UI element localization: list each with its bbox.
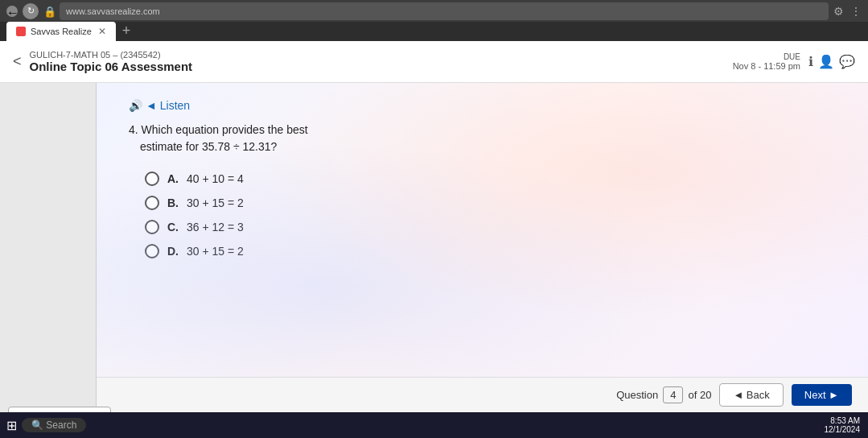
left-sidebar [0, 83, 97, 412]
radio-a[interactable] [145, 171, 159, 186]
header-subtitle: GULICH-7-MATH 05 – (2345542) [30, 50, 193, 60]
option-b[interactable]: B. 30 + 15 = 2 [145, 196, 836, 210]
refresh-btn[interactable]: ↻ [23, 3, 39, 19]
due-date: Nov 8 - 11:59 pm [733, 61, 800, 71]
main-area: 🔊 ◄ Listen 4. Which equation provides th… [0, 83, 868, 412]
active-tab[interactable]: Savvas Realize ✕ [6, 22, 116, 41]
browser-toolbar: ⚙ ⋮ [833, 5, 862, 18]
option-c-label: C. [167, 221, 179, 233]
question-number: 4. [129, 123, 138, 136]
back-nav-icon[interactable]: < [13, 53, 22, 70]
taskbar-date-display: 12/1/2024 [825, 425, 861, 434]
speaker-icon: 🔊 [129, 99, 142, 112]
option-d-label: D. [167, 245, 179, 258]
listen-button[interactable]: 🔊 ◄ Listen [129, 99, 190, 112]
option-d[interactable]: D. 30 + 15 = 2 [145, 244, 836, 258]
tab-bar: Savvas Realize ✕ + [0, 22, 868, 41]
next-label: Next ► [804, 389, 839, 401]
option-a-equation: 40 + 10 = 4 [187, 172, 244, 185]
address-text: www.savvasrealize.com [66, 6, 160, 16]
option-a[interactable]: A. 40 + 10 = 4 [145, 171, 836, 186]
back-btn[interactable]: ← [6, 6, 18, 17]
header-right: DUE Nov 8 - 11:59 pm ℹ 👤 💬 [733, 52, 855, 71]
header-bar: < GULICH-7-MATH 05 – (2345542) Online To… [0, 41, 868, 84]
tab-favicon [16, 27, 26, 36]
next-button[interactable]: Next ► [792, 384, 852, 406]
browser-chrome: ← ↻ 🔒 www.savvasrealize.com ⚙ ⋮ [0, 0, 868, 22]
listen-label: ◄ Listen [146, 99, 190, 112]
back-button[interactable]: ◄ Back [719, 383, 783, 407]
user-icon[interactable]: 👤 [818, 54, 834, 69]
bottom-nav: Question 4 of 20 ◄ Back Next ► [97, 377, 868, 412]
option-c[interactable]: C. 36 + 12 = 3 [145, 220, 836, 234]
option-b-equation: 30 + 15 = 2 [187, 196, 244, 209]
taskbar: ⊞ 🔍 Search 8:53 AM 12/1/2024 [0, 412, 868, 438]
radio-d[interactable] [145, 244, 159, 258]
question-area: 🔊 ◄ Listen 4. Which equation provides th… [97, 83, 868, 377]
question-line2: estimate for 35.78 ÷ 12.31? [140, 140, 277, 153]
header-title-area: GULICH-7-MATH 05 – (2345542) Online Topi… [30, 50, 193, 73]
question-current: 4 [663, 386, 683, 403]
option-c-equation: 36 + 12 = 3 [187, 221, 244, 233]
address-bar[interactable]: www.savvasrealize.com [60, 2, 829, 20]
info-icon[interactable]: ℹ [808, 54, 813, 69]
header-left: < GULICH-7-MATH 05 – (2345542) Online To… [13, 50, 192, 73]
new-tab-button[interactable]: + [122, 23, 131, 39]
question-text: 4. Which equation provides the best esti… [129, 122, 836, 155]
content-wrapper: 🔊 ◄ Listen 4. Which equation provides th… [97, 83, 868, 412]
taskbar-clock: 8:53 AM 12/1/2024 [825, 416, 861, 434]
extensions-icon[interactable]: ⚙ [833, 5, 844, 18]
header-title: Online Topic 06 Assessment [30, 60, 193, 73]
option-d-equation: 30 + 15 = 2 [187, 245, 244, 258]
radio-c[interactable] [145, 220, 159, 234]
question-indicator: Question 4 of 20 [616, 386, 711, 403]
question-total: of 20 [688, 389, 711, 401]
question-line1: Which equation provides the best [142, 123, 308, 136]
windows-start-icon[interactable]: ⊞ [6, 418, 17, 433]
search-label: Search [46, 419, 76, 431]
search-icon: 🔍 [31, 419, 43, 431]
tab-label: Savvas Realize [31, 27, 92, 36]
menu-icon[interactable]: ⋮ [850, 5, 862, 18]
due-label: DUE [733, 52, 800, 61]
taskbar-time-display: 8:53 AM [825, 416, 861, 425]
lock-icon: 🔒 [43, 6, 55, 17]
tab-close[interactable]: ✕ [98, 26, 106, 37]
question-label: Question [616, 389, 658, 401]
options-area: A. 40 + 10 = 4 B. 30 + 15 = 2 C. [145, 171, 836, 258]
header-action-icons: ℹ 👤 💬 [808, 54, 855, 69]
due-date-area: DUE Nov 8 - 11:59 pm [733, 52, 800, 71]
chat-icon[interactable]: 💬 [839, 54, 855, 69]
radio-b[interactable] [145, 196, 159, 210]
option-a-label: A. [167, 172, 179, 185]
search-taskbar[interactable]: 🔍 Search [22, 418, 86, 432]
option-b-label: B. [167, 196, 179, 209]
